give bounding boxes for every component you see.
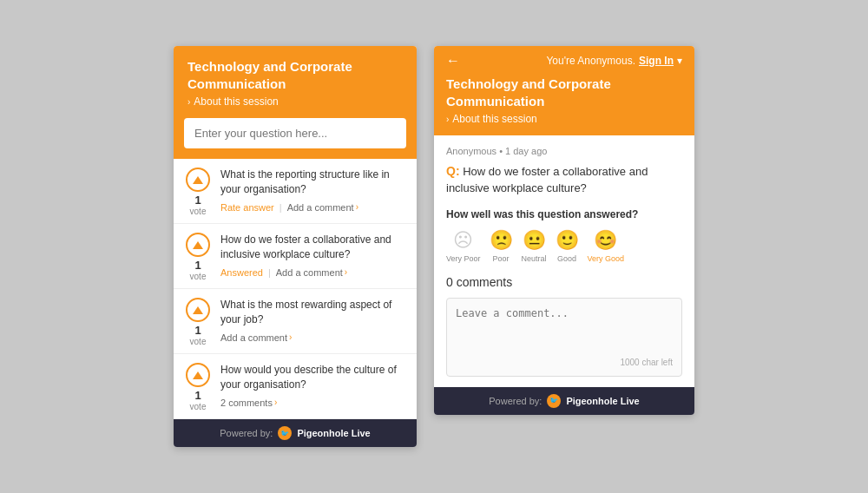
right-detail-card: ← You're Anonymous. Sign In ▾ Technology… [434, 46, 694, 415]
question-actions-1: Rate answer | Add a comment › [220, 202, 406, 213]
right-card-footer: Powered by: 🐦 Pigeonhole Live [434, 387, 694, 415]
face-label-very-poor: Very Poor [446, 254, 481, 263]
action-divider-2: | [268, 267, 271, 278]
anon-text: You're Anonymous. [546, 55, 635, 67]
vote-label-4: vote [190, 402, 207, 411]
left-phone-card: Technology and Corporate Communication ›… [174, 46, 417, 447]
upvote-btn-4[interactable] [186, 363, 210, 387]
face-emoji-very-poor: ☹ [453, 229, 473, 252]
vote-col-4: 1 vote [184, 363, 212, 411]
detail-subtitle-text: About this session [452, 113, 536, 125]
right-footer-brand: Pigeonhole Live [566, 396, 639, 406]
questions-list: 1 vote What is the reporting structure l… [174, 159, 417, 419]
rating-section: How well was this question answered? ☹ V… [446, 208, 682, 263]
pigeonhole-icon-right: 🐦 [547, 394, 561, 408]
arrow-up-icon-4 [193, 371, 203, 379]
left-header-title: Technology and Corporate Communication [187, 58, 403, 92]
comments-section: 0 comments 1000 char left [446, 275, 682, 377]
comment-textarea-box: 1000 char left [446, 298, 682, 377]
comments-link-4[interactable]: 2 comments › [220, 398, 277, 408]
subtitle-text: About this session [194, 95, 278, 108]
vote-count-1: 1 [194, 194, 201, 207]
action-divider-1: | [279, 202, 282, 213]
arrow-up-icon-2 [193, 241, 203, 249]
question-item-2: 1 vote How do we foster a collaborative … [174, 224, 417, 289]
face-very-good[interactable]: 😊 Very Good [588, 229, 625, 263]
vote-label-2: vote [190, 272, 207, 281]
vote-col-2: 1 vote [184, 233, 212, 281]
q-label: Q: [446, 164, 460, 178]
add-comment-link-1[interactable]: Add a comment › [287, 202, 358, 213]
question-text-2: How do we foster a collaborative and inc… [220, 233, 406, 262]
left-card-footer: Powered by: 🐦 Pigeonhole Live [174, 419, 417, 447]
face-label-very-good: Very Good [588, 254, 625, 263]
dropdown-icon[interactable]: ▾ [677, 55, 682, 67]
full-question-text: How do we foster a collaborative and inc… [446, 165, 648, 194]
vote-count-3: 1 [194, 324, 201, 337]
detail-body: Anonymous • 1 day ago Q: How do we foste… [434, 135, 694, 387]
face-label-poor: Poor [493, 254, 510, 263]
detail-header-subtitle: › About this session [446, 113, 682, 125]
question-input[interactable] [184, 118, 406, 148]
question-input-area [174, 118, 417, 159]
question-actions-4: 2 comments › [220, 398, 406, 408]
detail-subtitle-chevron: › [446, 115, 449, 124]
vote-count-4: 1 [194, 389, 201, 402]
comment-textarea[interactable] [456, 307, 673, 351]
upvote-btn-1[interactable] [186, 168, 210, 192]
face-poor[interactable]: 🙁 Poor [490, 229, 513, 263]
face-good[interactable]: 🙂 Good [556, 229, 579, 263]
rating-title: How well was this question answered? [446, 208, 682, 220]
char-count: 1000 char left [456, 358, 673, 367]
question-content-2: How do we foster a collaborative and inc… [220, 233, 406, 281]
rating-faces: ☹ Very Poor 🙁 Poor 😐 Neutral 🙂 Good [446, 229, 682, 263]
back-arrow-icon[interactable]: ← [446, 53, 460, 69]
question-item-3: 1 vote What is the most rewarding aspect… [174, 289, 417, 354]
add-comment-link-2[interactable]: Add a comment › [276, 267, 347, 278]
question-text-4: How would you describe the culture of yo… [220, 363, 406, 392]
answered-link[interactable]: Answered [220, 267, 263, 278]
question-meta: Anonymous • 1 day ago [446, 146, 682, 156]
question-item-1: 1 vote What is the reporting structure l… [174, 159, 417, 224]
question-actions-2: Answered | Add a comment › [220, 267, 406, 278]
detail-header-title: Technology and Corporate Communication [446, 76, 682, 109]
vote-label-3: vote [190, 337, 207, 346]
anon-bar: You're Anonymous. Sign In ▾ [546, 55, 682, 67]
vote-count-2: 1 [194, 259, 201, 272]
vote-col-1: 1 vote [184, 168, 212, 216]
pigeonhole-icon-left: 🐦 [278, 426, 292, 440]
detail-top-bar: ← You're Anonymous. Sign In ▾ [434, 46, 694, 76]
face-neutral[interactable]: 😐 Neutral [522, 229, 547, 263]
arrow-up-icon-3 [193, 306, 203, 314]
vote-col-3: 1 vote [184, 298, 212, 346]
face-emoji-neutral: 😐 [523, 229, 546, 252]
face-label-good: Good [557, 254, 576, 263]
comments-count: 0 comments [446, 275, 682, 289]
arrow-up-icon-1 [193, 176, 203, 184]
face-emoji-good: 🙂 [556, 229, 579, 252]
vote-label-1: vote [190, 207, 207, 216]
left-card-header: Technology and Corporate Communication ›… [174, 46, 417, 118]
question-content-1: What is the reporting structure like in … [220, 168, 406, 216]
subtitle-chevron: › [187, 97, 190, 107]
left-header-subtitle: › About this session [187, 95, 403, 108]
upvote-btn-2[interactable] [186, 233, 210, 257]
face-label-neutral: Neutral [522, 254, 547, 263]
right-footer-powered-by: Powered by: [489, 396, 542, 406]
detail-header: Technology and Corporate Communication ›… [434, 76, 694, 135]
rate-answer-link[interactable]: Rate answer [220, 202, 274, 213]
upvote-btn-3[interactable] [186, 298, 210, 322]
question-content-4: How would you describe the culture of yo… [220, 363, 406, 411]
question-item-4: 1 vote How would you describe the cultur… [174, 354, 417, 419]
add-comment-link-3[interactable]: Add a comment › [220, 332, 292, 343]
left-footer-brand: Pigeonhole Live [297, 428, 370, 438]
sign-in-link[interactable]: Sign In [639, 55, 674, 67]
chevron-right-icon-4: › [274, 398, 277, 407]
face-emoji-poor: 🙁 [490, 229, 513, 252]
question-text-3: What is the most rewarding aspect of you… [220, 298, 406, 327]
question-text-1: What is the reporting structure like in … [220, 168, 406, 197]
left-footer-powered-by: Powered by: [220, 428, 273, 438]
chevron-right-icon-2: › [345, 267, 347, 277]
chevron-right-icon-3: › [289, 332, 292, 342]
face-very-poor[interactable]: ☹ Very Poor [446, 229, 481, 263]
